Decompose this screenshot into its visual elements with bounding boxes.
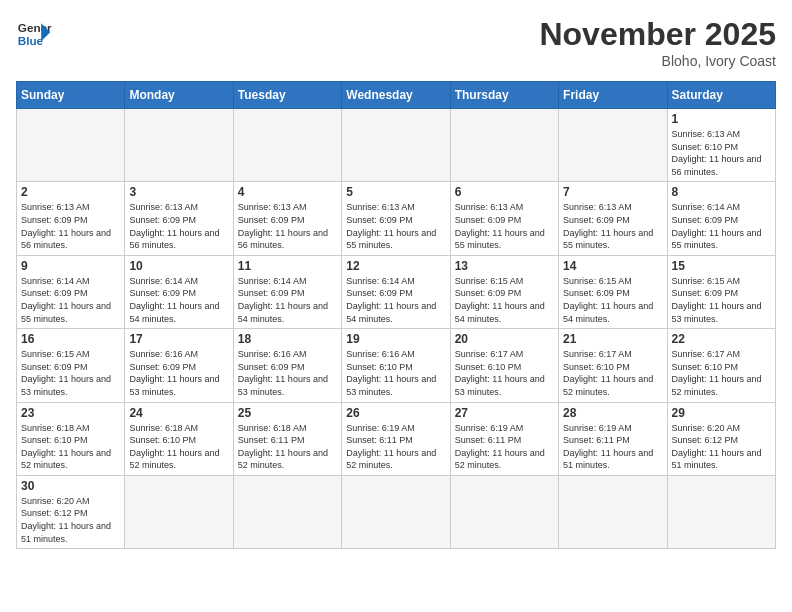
day-9: 9 Sunrise: 6:14 AMSunset: 6:09 PMDayligh… xyxy=(17,255,125,328)
calendar-row-5: 23 Sunrise: 6:18 AMSunset: 6:10 PMDaylig… xyxy=(17,402,776,475)
day-13: 13 Sunrise: 6:15 AMSunset: 6:09 PMDaylig… xyxy=(450,255,558,328)
day-10: 10 Sunrise: 6:14 AMSunset: 6:09 PMDaylig… xyxy=(125,255,233,328)
day-empty xyxy=(342,475,450,548)
day-14: 14 Sunrise: 6:15 AMSunset: 6:09 PMDaylig… xyxy=(559,255,667,328)
day-empty xyxy=(125,475,233,548)
day-empty xyxy=(559,109,667,182)
header-friday: Friday xyxy=(559,82,667,109)
location: Bloho, Ivory Coast xyxy=(539,53,776,69)
day-19: 19 Sunrise: 6:16 AMSunset: 6:10 PMDaylig… xyxy=(342,329,450,402)
day-empty xyxy=(559,475,667,548)
day-16: 16 Sunrise: 6:15 AMSunset: 6:09 PMDaylig… xyxy=(17,329,125,402)
day-empty xyxy=(125,109,233,182)
day-2: 2 Sunrise: 6:13 AMSunset: 6:09 PMDayligh… xyxy=(17,182,125,255)
day-26: 26 Sunrise: 6:19 AMSunset: 6:11 PMDaylig… xyxy=(342,402,450,475)
svg-text:Blue: Blue xyxy=(18,34,44,47)
logo: General Blue xyxy=(16,16,52,52)
day-22: 22 Sunrise: 6:17 AMSunset: 6:10 PMDaylig… xyxy=(667,329,775,402)
title-block: November 2025 Bloho, Ivory Coast xyxy=(539,16,776,69)
day-3: 3 Sunrise: 6:13 AMSunset: 6:09 PMDayligh… xyxy=(125,182,233,255)
day-28: 28 Sunrise: 6:19 AMSunset: 6:11 PMDaylig… xyxy=(559,402,667,475)
header-wednesday: Wednesday xyxy=(342,82,450,109)
header-tuesday: Tuesday xyxy=(233,82,341,109)
day-7: 7 Sunrise: 6:13 AMSunset: 6:09 PMDayligh… xyxy=(559,182,667,255)
header-saturday: Saturday xyxy=(667,82,775,109)
day-12: 12 Sunrise: 6:14 AMSunset: 6:09 PMDaylig… xyxy=(342,255,450,328)
day-24: 24 Sunrise: 6:18 AMSunset: 6:10 PMDaylig… xyxy=(125,402,233,475)
day-empty xyxy=(450,475,558,548)
day-empty xyxy=(233,475,341,548)
calendar-row-2: 2 Sunrise: 6:13 AMSunset: 6:09 PMDayligh… xyxy=(17,182,776,255)
day-17: 17 Sunrise: 6:16 AMSunset: 6:09 PMDaylig… xyxy=(125,329,233,402)
calendar-header: General Blue November 2025 Bloho, Ivory … xyxy=(16,16,776,69)
day-27: 27 Sunrise: 6:19 AMSunset: 6:11 PMDaylig… xyxy=(450,402,558,475)
day-15: 15 Sunrise: 6:15 AMSunset: 6:09 PMDaylig… xyxy=(667,255,775,328)
day-empty xyxy=(667,475,775,548)
day-30: 30 Sunrise: 6:20 AMSunset: 6:12 PMDaylig… xyxy=(17,475,125,548)
day-empty xyxy=(233,109,341,182)
logo-icon: General Blue xyxy=(16,16,52,52)
day-4: 4 Sunrise: 6:13 AMSunset: 6:09 PMDayligh… xyxy=(233,182,341,255)
day-empty xyxy=(450,109,558,182)
calendar-row-3: 9 Sunrise: 6:14 AMSunset: 6:09 PMDayligh… xyxy=(17,255,776,328)
header-sunday: Sunday xyxy=(17,82,125,109)
day-29: 29 Sunrise: 6:20 AMSunset: 6:12 PMDaylig… xyxy=(667,402,775,475)
day-empty xyxy=(342,109,450,182)
calendar-table: Sunday Monday Tuesday Wednesday Thursday… xyxy=(16,81,776,549)
day-25: 25 Sunrise: 6:18 AMSunset: 6:11 PMDaylig… xyxy=(233,402,341,475)
calendar-row-1: 1 Sunrise: 6:13 AMSunset: 6:10 PMDayligh… xyxy=(17,109,776,182)
header-thursday: Thursday xyxy=(450,82,558,109)
day-18: 18 Sunrise: 6:16 AMSunset: 6:09 PMDaylig… xyxy=(233,329,341,402)
day-1: 1 Sunrise: 6:13 AMSunset: 6:10 PMDayligh… xyxy=(667,109,775,182)
day-21: 21 Sunrise: 6:17 AMSunset: 6:10 PMDaylig… xyxy=(559,329,667,402)
day-5: 5 Sunrise: 6:13 AMSunset: 6:09 PMDayligh… xyxy=(342,182,450,255)
day-8: 8 Sunrise: 6:14 AMSunset: 6:09 PMDayligh… xyxy=(667,182,775,255)
day-empty xyxy=(17,109,125,182)
day-23: 23 Sunrise: 6:18 AMSunset: 6:10 PMDaylig… xyxy=(17,402,125,475)
month-title: November 2025 xyxy=(539,16,776,53)
calendar-row-6: 30 Sunrise: 6:20 AMSunset: 6:12 PMDaylig… xyxy=(17,475,776,548)
calendar-row-4: 16 Sunrise: 6:15 AMSunset: 6:09 PMDaylig… xyxy=(17,329,776,402)
day-20: 20 Sunrise: 6:17 AMSunset: 6:10 PMDaylig… xyxy=(450,329,558,402)
day-6: 6 Sunrise: 6:13 AMSunset: 6:09 PMDayligh… xyxy=(450,182,558,255)
weekday-header-row: Sunday Monday Tuesday Wednesday Thursday… xyxy=(17,82,776,109)
header-monday: Monday xyxy=(125,82,233,109)
day-11: 11 Sunrise: 6:14 AMSunset: 6:09 PMDaylig… xyxy=(233,255,341,328)
